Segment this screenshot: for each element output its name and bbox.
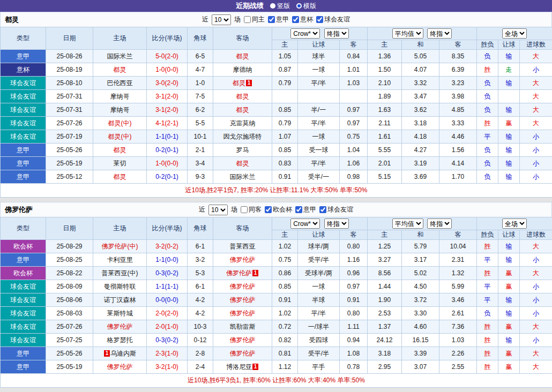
layout-horizontal-radio[interactable]: 横版 [296, 2, 316, 11]
league-filter[interactable]: 意甲 [295, 205, 316, 214]
score-cell[interactable]: 2-3(1-0) [147, 347, 188, 360]
league-checkbox[interactable] [319, 206, 326, 213]
team-link[interactable]: 卡利亚里 [107, 256, 133, 263]
home-team-cell[interactable]: 莱切 [93, 157, 147, 170]
team-link[interactable]: 普莱西亚(中) [102, 269, 138, 277]
team-link[interactable]: 国际米兰 [107, 52, 133, 60]
home-team-cell[interactable]: 曼彻斯特联 [93, 280, 147, 293]
odds-company-select[interactable]: Crow* [290, 28, 320, 39]
away-team-cell[interactable]: 都灵1 [213, 77, 272, 90]
team-link[interactable]: 佛罗伦萨 [107, 323, 133, 330]
league-type-cell[interactable]: 欧会杯 [1, 267, 46, 280]
league-type-cell[interactable]: 球会友谊 [1, 130, 46, 144]
score-cell[interactable]: 3-2(1-0) [147, 360, 188, 374]
league-type-cell[interactable]: 意甲 [1, 347, 46, 360]
team-link[interactable]: 罗马 [236, 146, 249, 154]
away-team-cell[interactable]: 凯勒雷斯 [213, 320, 272, 334]
home-team-cell[interactable]: 普莱西亚(中) [93, 267, 147, 280]
team-link[interactable]: 摩纳哥 [110, 106, 130, 114]
home-team-cell[interactable]: 巴伦西亚 [93, 77, 147, 90]
recent-count-select[interactable]: 10 [212, 14, 231, 25]
team-link[interactable]: 格罗瑟托 [107, 336, 133, 344]
avg-stage-select[interactable]: 终指 [427, 218, 452, 229]
league-type-cell[interactable]: 球会友谊 [1, 280, 46, 293]
score-cell[interactable]: 1-1(0-0) [147, 253, 188, 267]
team-link[interactable]: 佛罗伦萨(中) [102, 243, 138, 250]
league-type-cell[interactable]: 球会友谊 [1, 334, 46, 347]
team-link[interactable]: 佛罗伦萨 [230, 336, 256, 344]
league-type-cell[interactable]: 球会友谊 [1, 103, 46, 117]
same-venue-filter[interactable]: 同主 [244, 15, 265, 24]
team-link[interactable]: 摩德纳 [233, 66, 252, 73]
league-filter[interactable]: 意甲 [268, 15, 289, 24]
score-cell[interactable]: 2-0(2-0) [147, 307, 188, 320]
team-link[interactable]: 莱切 [114, 160, 126, 167]
team-link[interactable]: 佛罗伦萨 [230, 283, 256, 290]
home-team-cell[interactable]: 摩纳哥 [93, 90, 147, 103]
away-team-cell[interactable]: 佛罗伦萨 [213, 253, 272, 267]
team-link[interactable]: 巴伦西亚 [107, 79, 133, 87]
home-team-cell[interactable]: 摩纳哥 [93, 103, 147, 117]
home-team-cell[interactable]: 都灵 [93, 170, 147, 184]
same-venue-checkbox[interactable] [241, 206, 248, 213]
home-team-cell[interactable]: 国际米兰 [93, 50, 147, 63]
home-team-cell[interactable]: 佛罗伦萨 [93, 360, 147, 374]
away-team-cell[interactable]: 博洛尼亚1 [213, 360, 272, 374]
league-type-cell[interactable]: 意杯 [1, 63, 46, 77]
away-team-cell[interactable]: 佛罗伦萨 [213, 347, 272, 360]
league-checkbox[interactable] [265, 206, 272, 213]
league-type-cell[interactable]: 球会友谊 [1, 307, 46, 320]
team-link[interactable]: 佛罗伦萨 [230, 310, 256, 317]
league-filter[interactable]: 意杯 [292, 15, 313, 24]
league-type-cell[interactable]: 球会友谊 [1, 293, 46, 307]
away-team-cell[interactable]: 佛罗伦萨1 [213, 267, 272, 280]
away-team-cell[interactable]: 克雷莫纳 [213, 117, 272, 130]
home-team-cell[interactable]: 都灵 [93, 63, 147, 77]
score-cell[interactable]: 3-1(2-0) [147, 90, 188, 103]
league-type-cell[interactable]: 球会友谊 [1, 90, 46, 103]
away-team-cell[interactable]: 罗马 [213, 144, 272, 157]
team-link[interactable]: 克雷莫纳 [230, 119, 256, 127]
league-type-cell[interactable]: 意甲 [1, 144, 46, 157]
league-type-cell[interactable]: 意甲 [1, 360, 46, 374]
layout-vertical-radio[interactable]: 竖版 [270, 2, 290, 11]
away-team-cell[interactable]: 佛罗伦萨 [213, 334, 272, 347]
team-link[interactable]: 佛罗伦萨 [230, 350, 256, 357]
league-checkbox[interactable] [316, 16, 323, 23]
score-cell[interactable]: 3-2(0-2) [147, 240, 188, 253]
team-link[interactable]: 诺丁汉森林 [104, 296, 136, 304]
team-link[interactable]: 因戈尔施塔特 [223, 133, 262, 140]
away-team-cell[interactable]: 摩德纳 [213, 63, 272, 77]
team-link[interactable]: 莱斯特城 [107, 310, 133, 317]
league-filter[interactable]: 球会友谊 [319, 205, 353, 214]
home-team-cell[interactable]: 1乌迪内斯 [93, 347, 147, 360]
score-cell[interactable]: 5-0(2-0) [147, 50, 188, 63]
league-type-cell[interactable]: 球会友谊 [1, 117, 46, 130]
avg-company-select[interactable]: 平均值 [392, 28, 423, 39]
home-team-cell[interactable]: 都灵(中) [93, 117, 147, 130]
team-link[interactable]: 都灵(中) [108, 119, 132, 127]
team-link[interactable]: 曼彻斯特联 [104, 283, 136, 290]
score-cell[interactable]: 1-0(0-0) [147, 63, 188, 77]
away-team-cell[interactable]: 国际米兰 [213, 170, 272, 184]
score-cell[interactable]: 0-2(0-1) [147, 170, 188, 184]
away-team-cell[interactable]: 都灵 [213, 103, 272, 117]
odds-stage-select[interactable]: 终指 [324, 218, 349, 229]
league-type-cell[interactable]: 欧会杯 [1, 240, 46, 253]
team-link[interactable]: 佛罗伦萨 [107, 363, 133, 371]
team-link[interactable]: 都灵 [236, 52, 249, 60]
recent-count-select[interactable]: 10 [208, 205, 228, 215]
league-type-cell[interactable]: 意甲 [1, 157, 46, 170]
league-type-cell[interactable]: 球会友谊 [1, 77, 46, 90]
league-type-cell[interactable]: 球会友谊 [1, 320, 46, 334]
score-cell[interactable]: 0-0(0-0) [147, 293, 188, 307]
home-team-cell[interactable]: 卡利亚里 [93, 253, 147, 267]
team-link[interactable]: 都灵 [233, 79, 245, 87]
home-team-cell[interactable]: 都灵 [93, 144, 147, 157]
team-link[interactable]: 摩纳哥 [110, 93, 130, 100]
league-type-cell[interactable]: 意甲 [1, 50, 46, 63]
team-link[interactable]: 普莱西亚 [230, 243, 256, 250]
score-cell[interactable]: 0-2(0-1) [147, 144, 188, 157]
team-link[interactable]: 乌迪内斯 [110, 350, 136, 357]
league-type-cell[interactable]: 意甲 [1, 253, 46, 267]
